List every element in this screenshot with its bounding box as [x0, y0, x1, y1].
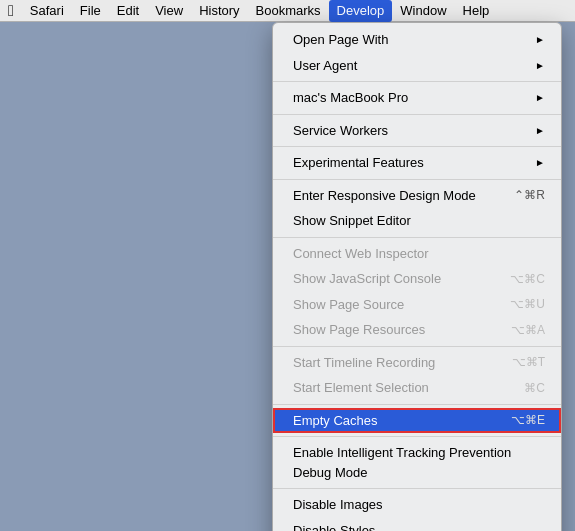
menu-item-show-page-source[interactable]: Show Page Source ⌥⌘U	[273, 292, 561, 318]
desktop: Open Page With ► User Agent ► mac's MacB…	[0, 22, 575, 531]
menu-item-macbook-pro[interactable]: mac's MacBook Pro ►	[273, 85, 561, 111]
menu-item-open-page-with[interactable]: Open Page With ►	[273, 27, 561, 53]
menu-item-empty-caches[interactable]: Empty Caches ⌥⌘E	[273, 408, 561, 434]
separator	[273, 404, 561, 405]
menu-item-disable-styles[interactable]: Disable Styles	[273, 518, 561, 532]
menubar-bookmarks[interactable]: Bookmarks	[248, 0, 329, 22]
separator	[273, 436, 561, 437]
menubar-develop[interactable]: Develop	[329, 0, 393, 22]
menubar-history[interactable]: History	[191, 0, 247, 22]
submenu-arrow-icon: ►	[535, 123, 545, 138]
develop-menu: Open Page With ► User Agent ► mac's MacB…	[272, 22, 562, 531]
menu-item-itp-debug-mode[interactable]: Enable Intelligent Tracking Prevention D…	[273, 440, 561, 485]
separator	[273, 146, 561, 147]
submenu-arrow-icon: ►	[535, 58, 545, 73]
menubar-help[interactable]: Help	[455, 0, 498, 22]
menu-item-show-page-resources[interactable]: Show Page Resources ⌥⌘A	[273, 317, 561, 343]
menu-item-user-agent[interactable]: User Agent ►	[273, 53, 561, 79]
menu-item-service-workers[interactable]: Service Workers ►	[273, 118, 561, 144]
separator	[273, 114, 561, 115]
menu-item-experimental-features[interactable]: Experimental Features ►	[273, 150, 561, 176]
separator	[273, 179, 561, 180]
menu-item-disable-images[interactable]: Disable Images	[273, 492, 561, 518]
separator	[273, 346, 561, 347]
menubar-window[interactable]: Window	[392, 0, 454, 22]
separator	[273, 81, 561, 82]
menu-item-start-element-selection[interactable]: Start Element Selection ⌘C	[273, 375, 561, 401]
menu-item-snippet-editor[interactable]: Show Snippet Editor	[273, 208, 561, 234]
menubar-view[interactable]: View	[147, 0, 191, 22]
menubar-safari[interactable]: Safari	[22, 0, 72, 22]
menu-item-responsive-design-mode[interactable]: Enter Responsive Design Mode ⌃⌘R	[273, 183, 561, 209]
submenu-arrow-icon: ►	[535, 155, 545, 170]
separator	[273, 237, 561, 238]
menu-item-start-timeline-recording[interactable]: Start Timeline Recording ⌥⌘T	[273, 350, 561, 376]
separator	[273, 488, 561, 489]
menubar-file[interactable]: File	[72, 0, 109, 22]
menu-item-connect-web-inspector[interactable]: Connect Web Inspector	[273, 241, 561, 267]
apple-menu-icon[interactable]: 	[8, 2, 14, 20]
submenu-arrow-icon: ►	[535, 90, 545, 105]
menubar-edit[interactable]: Edit	[109, 0, 147, 22]
menu-item-show-js-console[interactable]: Show JavaScript Console ⌥⌘C	[273, 266, 561, 292]
menubar:  Safari File Edit View History Bookmark…	[0, 0, 575, 22]
submenu-arrow-icon: ►	[535, 32, 545, 47]
